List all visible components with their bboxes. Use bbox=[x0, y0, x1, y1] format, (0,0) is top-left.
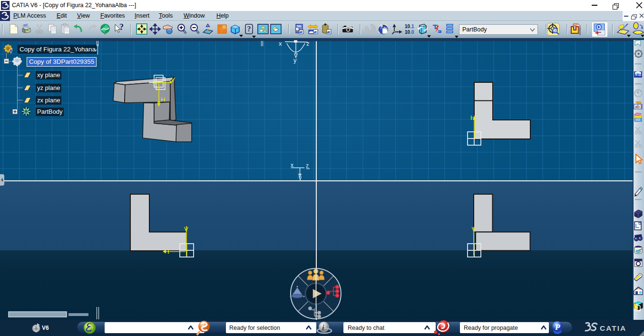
svg-text:V: V bbox=[171, 76, 175, 83]
svg-text:y: y bbox=[299, 175, 302, 181]
svg-text:ab: ab bbox=[635, 104, 640, 109]
svg-text:z: z bbox=[306, 162, 309, 169]
svg-text:x: x bbox=[279, 40, 282, 47]
svg-text:V: V bbox=[184, 226, 188, 233]
svg-text:H: H bbox=[470, 114, 475, 121]
svg-text:y: y bbox=[293, 57, 297, 64]
svg-text:x: x bbox=[291, 162, 293, 168]
svg-text:H: H bbox=[161, 96, 165, 103]
svg-text:V: V bbox=[472, 226, 476, 233]
svg-text:CATIA: CATIA bbox=[600, 324, 626, 332]
svg-text:i: i bbox=[322, 323, 324, 332]
svg-text:P: P bbox=[555, 323, 560, 332]
svg-text:z: z bbox=[306, 40, 310, 47]
